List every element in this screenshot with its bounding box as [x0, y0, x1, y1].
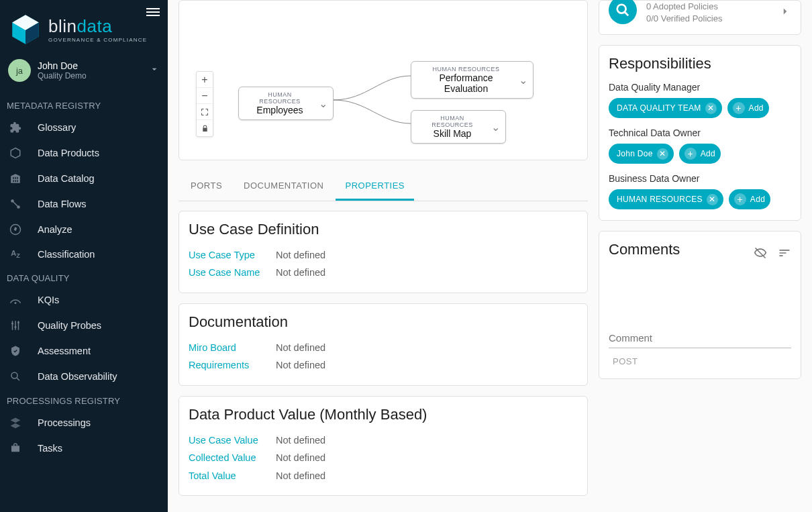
comment-input[interactable] [609, 328, 791, 348]
section-title-metadata: METADATA REGISTRY [0, 94, 168, 115]
layers-icon [8, 417, 23, 429]
remove-chip-icon[interactable]: ✕ [705, 103, 717, 114]
prop-key[interactable]: Use Case Type [189, 248, 276, 262]
user-subtitle: Quality Demo [38, 71, 87, 81]
node-title: Skill Map [419, 128, 485, 139]
chip-john-doe[interactable]: John Doe✕ [609, 144, 674, 164]
graph-node-skillmap[interactable]: HUMAN RESOURCES Skill Map ⌄ [411, 110, 506, 144]
tab-properties[interactable]: PROPERTIES [336, 172, 414, 201]
sidebar-item-assessment[interactable]: Assessment [0, 338, 168, 364]
flow-icon [8, 198, 23, 210]
sidebar-item-quality-probes[interactable]: Quality Probes [0, 313, 168, 338]
node-category: HUMAN RESOURCES [247, 91, 313, 105]
prop-key[interactable]: Requirements [189, 358, 276, 372]
policies-adopted: 0 Adopted Policies [646, 1, 722, 13]
sidebar-item-processings[interactable]: Processings [0, 410, 168, 436]
az-icon: AZ [8, 249, 23, 259]
prop-key[interactable]: Collected Value [189, 450, 276, 465]
tab-documentation[interactable]: DOCUMENTATION [234, 172, 333, 201]
sort-icon[interactable] [778, 246, 791, 262]
sidebar-collapse-button[interactable] [146, 7, 160, 20]
sidebar-item-kqis[interactable]: KQIs [0, 287, 168, 313]
lock-button[interactable] [197, 120, 213, 136]
sliders-icon [8, 319, 23, 331]
chevron-down-icon[interactable]: ⌄ [491, 121, 500, 134]
prop-value: Not defined [276, 468, 325, 483]
sidebar-item-label: Data Products [38, 148, 99, 158]
chevron-down-icon[interactable]: ⌄ [519, 74, 527, 87]
logo-tagline: GOVERNANCE & COMPLIANCE [48, 37, 147, 43]
user-menu[interactable]: ja John Doe Quality Demo [0, 52, 168, 94]
sidebar-item-data-catalog[interactable]: Data Catalog [0, 166, 168, 191]
chevron-down-icon[interactable]: ⌄ [319, 97, 327, 110]
sidebar-item-label: Glossary [38, 122, 76, 133]
svg-marker-3 [11, 148, 20, 158]
avatar: ja [8, 59, 31, 82]
sidebar-item-label: Classification [38, 249, 95, 260]
role-name: Technical Data Owner [609, 127, 791, 138]
chip-human-resources[interactable]: HUMAN RESOURCES✕ [609, 189, 723, 209]
svg-point-12 [617, 5, 626, 13]
sidebar-item-tasks[interactable]: Tasks [0, 436, 168, 461]
prop-value: Not defined [276, 358, 325, 372]
graph-controls: + − [196, 71, 213, 137]
chevron-right-icon[interactable] [779, 5, 791, 20]
chip-data-quality-team[interactable]: DATA QUALITY TEAM✕ [609, 98, 722, 118]
plus-icon: + [733, 102, 745, 114]
svg-point-10 [17, 321, 19, 323]
building-icon [8, 172, 23, 185]
sidebar-item-observability[interactable]: Data Observability [0, 364, 168, 389]
eye-search-icon [8, 370, 23, 382]
logo[interactable]: blindata GOVERNANCE & COMPLIANCE [0, 0, 168, 52]
node-category: HUMAN RESOURCES [419, 115, 485, 128]
panel-title: Data Product Value (Monthly Based) [189, 406, 578, 423]
policies-verified: 0/0 Verified Policies [646, 13, 722, 25]
sidebar-item-label: Data Flows [38, 199, 87, 209]
svg-point-11 [11, 372, 17, 378]
sidebar-item-label: KQIs [38, 295, 59, 305]
post-button[interactable]: POST [609, 354, 791, 369]
sidebar-item-analyze[interactable]: Analyze [0, 217, 168, 242]
prop-value: Not defined [276, 248, 325, 262]
prop-key[interactable]: Total Value [189, 468, 276, 483]
prop-value: Not defined [276, 340, 325, 355]
panel-title: Documentation [189, 313, 578, 331]
signal-icon [8, 294, 23, 306]
node-category: HUMAN RESOURCES [419, 66, 513, 72]
briefcase-icon [8, 442, 23, 454]
add-chip-button[interactable]: +Add [727, 98, 769, 118]
sidebar-item-data-flows[interactable]: Data Flows [0, 191, 168, 217]
remove-chip-icon[interactable]: ✕ [657, 148, 668, 160]
prop-value: Not defined [276, 450, 325, 465]
graph-node-employees[interactable]: HUMAN RESOURCES Employees ⌄ [238, 87, 334, 120]
section-title-quality: DATA QUALITY [0, 266, 168, 287]
sidebar: blindata GOVERNANCE & COMPLIANCE ja John… [0, 0, 168, 512]
policies-card[interactable]: 0 Adopted Policies 0/0 Verified Policies [599, 0, 801, 35]
sidebar-item-classification[interactable]: AZClassification [0, 242, 168, 266]
panel-data-product-value: Data Product Value (Monthly Based) Use C… [179, 396, 588, 496]
lineage-graph[interactable]: + − HUMAN RESOURCES Employees ⌄ HUMAN RE… [179, 0, 588, 160]
add-chip-button[interactable]: +Add [729, 189, 770, 209]
tab-ports[interactable]: PORTS [181, 172, 232, 201]
sidebar-item-label: Processings [38, 417, 91, 428]
policy-search-icon [609, 0, 637, 24]
panel-use-case-definition: Use Case Definition Use Case TypeNot def… [179, 211, 588, 293]
remove-chip-icon[interactable]: ✕ [707, 194, 718, 205]
puzzle-icon [8, 121, 23, 134]
graph-node-performance[interactable]: HUMAN RESOURCES Performance Evaluation ⌄ [411, 61, 534, 99]
prop-value: Not defined [276, 433, 325, 448]
hide-icon[interactable] [754, 246, 767, 262]
prop-key[interactable]: Miro Board [189, 340, 276, 355]
sidebar-item-label: Tasks [38, 443, 62, 454]
sidebar-item-data-products[interactable]: Data Products [0, 140, 168, 166]
prop-key[interactable]: Use Case Value [189, 433, 276, 448]
add-chip-button[interactable]: +Add [679, 144, 721, 164]
prop-key[interactable]: Use Case Name [189, 265, 276, 280]
logo-icon [8, 12, 43, 47]
sidebar-item-label: Analyze [38, 224, 72, 235]
sidebar-item-glossary[interactable]: Glossary [0, 115, 168, 140]
prop-value: Not defined [276, 265, 325, 280]
zoom-in-button[interactable]: + [197, 72, 213, 88]
zoom-out-button[interactable]: − [197, 88, 213, 104]
fit-button[interactable] [197, 104, 213, 120]
